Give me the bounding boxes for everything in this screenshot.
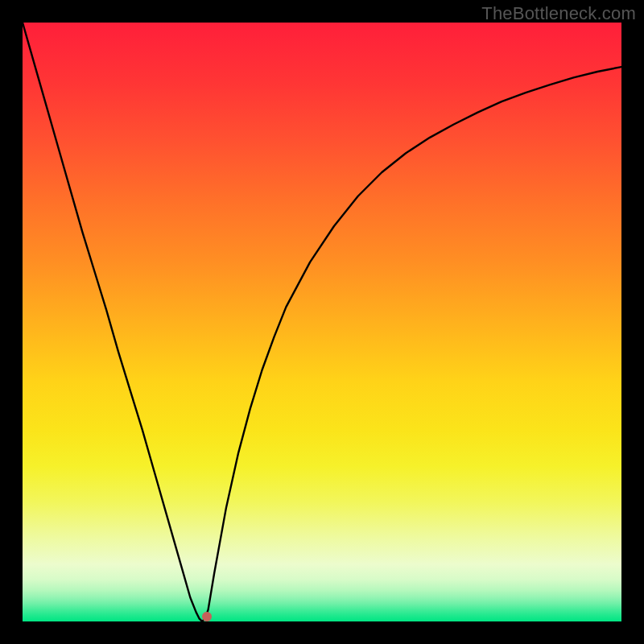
- plot-area: [23, 23, 621, 621]
- optimal-point-marker: [202, 612, 212, 621]
- chart-frame: TheBottleneck.com: [0, 0, 644, 644]
- watermark-text: TheBottleneck.com: [481, 3, 636, 24]
- bottleneck-curve: [23, 23, 621, 621]
